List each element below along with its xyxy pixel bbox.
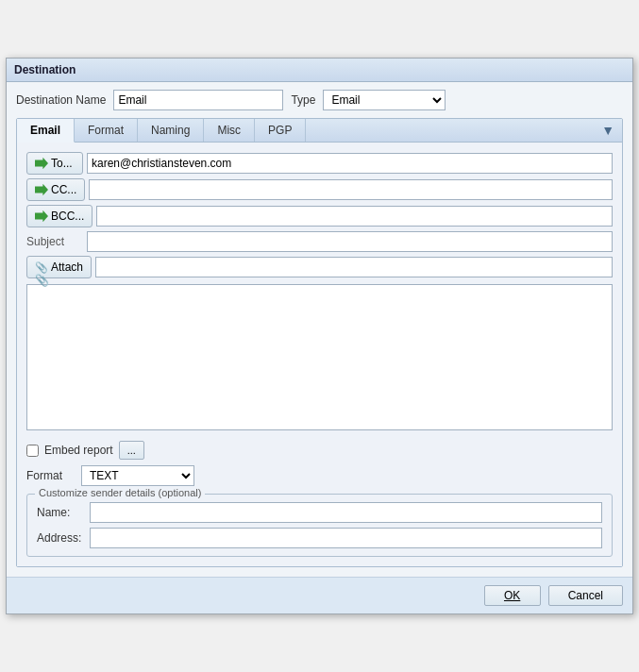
sender-name-input[interactable] xyxy=(90,502,602,523)
cc-button[interactable]: CC... xyxy=(26,178,85,201)
tabs-header: Email Format Naming Misc PGP ▼ xyxy=(17,119,622,143)
tab-format[interactable]: Format xyxy=(75,119,138,142)
dest-name-label: Destination Name xyxy=(16,93,106,107)
attach-button[interactable]: 📎 Attach xyxy=(26,256,92,278)
cc-row: CC... xyxy=(26,178,613,201)
to-row: To... xyxy=(26,152,613,175)
cc-arrow-icon xyxy=(35,183,48,196)
embed-label: Embed report xyxy=(44,444,113,457)
dialog-title: Destination xyxy=(7,59,632,82)
type-label: Type xyxy=(291,93,315,107)
format-select[interactable]: TEXT PDF Excel Word HTML xyxy=(81,465,194,486)
cc-input[interactable] xyxy=(89,179,613,200)
sender-name-row: Name: xyxy=(37,502,602,523)
tabs-container: Email Format Naming Misc PGP ▼ To... xyxy=(16,118,623,567)
sender-group: Customize sender details (optional) Name… xyxy=(26,494,613,557)
sender-group-legend: Customize sender details (optional) xyxy=(35,487,205,498)
dest-name-input[interactable] xyxy=(113,90,283,110)
bcc-button[interactable]: BCC... xyxy=(26,205,92,227)
embed-checkbox[interactable] xyxy=(26,445,39,457)
cancel-button[interactable]: Cancel xyxy=(548,585,623,606)
attach-input[interactable] xyxy=(95,257,613,277)
body-textarea[interactable] xyxy=(26,284,613,430)
tabs-dropdown-arrow[interactable]: ▼ xyxy=(594,119,622,142)
tab-pgp[interactable]: PGP xyxy=(255,119,306,142)
to-arrow-icon xyxy=(35,157,48,170)
subject-row: Subject xyxy=(26,231,613,252)
cc-button-label: CC... xyxy=(51,183,76,196)
ok-button[interactable]: OK xyxy=(484,585,541,606)
bcc-button-label: BCC... xyxy=(51,210,84,223)
sender-name-label: Name: xyxy=(37,506,84,519)
dest-name-row: Destination Name Type Email File FTP Pri… xyxy=(16,90,623,110)
format-row: Format TEXT PDF Excel Word HTML xyxy=(26,465,613,486)
tab-misc[interactable]: Misc xyxy=(204,119,255,142)
email-tab-content: To... CC... BCC... xyxy=(17,143,622,566)
embed-row: Embed report ... xyxy=(26,441,613,460)
embed-browse-button[interactable]: ... xyxy=(119,441,144,460)
dialog-footer: OK Cancel xyxy=(7,577,632,613)
type-select[interactable]: Email File FTP Printer xyxy=(323,90,446,110)
attach-icon: 📎 xyxy=(35,260,48,274)
to-button[interactable]: To... xyxy=(26,152,83,175)
sender-address-row: Address: xyxy=(37,528,602,548)
to-button-label: To... xyxy=(51,157,73,170)
format-label: Format xyxy=(26,469,74,482)
bcc-input[interactable] xyxy=(96,206,613,227)
destination-dialog: Destination Destination Name Type Email … xyxy=(6,58,633,614)
subject-input[interactable] xyxy=(87,231,613,252)
bcc-arrow-icon xyxy=(35,210,48,223)
sender-address-input[interactable] xyxy=(90,528,602,548)
subject-label: Subject xyxy=(26,235,83,248)
bcc-row: BCC... xyxy=(26,205,613,227)
attach-row: 📎 Attach xyxy=(26,256,613,278)
sender-address-label: Address: xyxy=(37,531,84,545)
tab-naming[interactable]: Naming xyxy=(138,119,204,142)
tab-email[interactable]: Email xyxy=(17,119,75,143)
attach-button-label: Attach xyxy=(51,260,83,274)
to-input[interactable] xyxy=(87,153,613,174)
dialog-body: Destination Name Type Email File FTP Pri… xyxy=(7,82,632,577)
